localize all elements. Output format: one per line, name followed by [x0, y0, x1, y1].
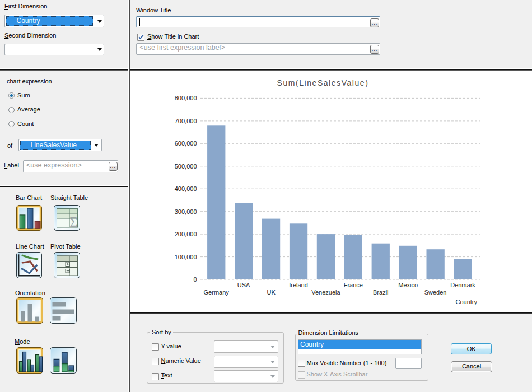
svg-text:400,000: 400,000: [175, 185, 197, 192]
svg-text:Mexico: Mexico: [398, 282, 418, 288]
svg-text:500,000: 500,000: [175, 163, 197, 170]
svg-text:Brazil: Brazil: [373, 289, 389, 296]
svg-text:200,000: 200,000: [175, 231, 197, 237]
svg-text:0: 0: [193, 276, 197, 283]
svg-text:600,000: 600,000: [175, 140, 197, 147]
svg-text:Denmark: Denmark: [450, 282, 475, 288]
svg-text:USA: USA: [237, 282, 250, 288]
svg-text:Sweden: Sweden: [424, 289, 447, 296]
svg-text:Venezuela: Venezuela: [311, 289, 340, 296]
svg-text:300,000: 300,000: [175, 208, 197, 215]
svg-text:France: France: [344, 282, 363, 288]
svg-text:800,000: 800,000: [175, 95, 197, 101]
svg-text:100,000: 100,000: [175, 254, 197, 260]
svg-text:Country: Country: [455, 298, 477, 305]
svg-text:700,000: 700,000: [175, 118, 197, 124]
svg-text:Germany: Germany: [204, 289, 230, 296]
svg-text:Ireland: Ireland: [289, 282, 308, 288]
svg-text:Σ: Σ: [69, 214, 78, 230]
svg-text:Sum(LineSalesValue): Sum(LineSalesValue): [277, 78, 369, 87]
svg-text:UK: UK: [267, 289, 276, 296]
